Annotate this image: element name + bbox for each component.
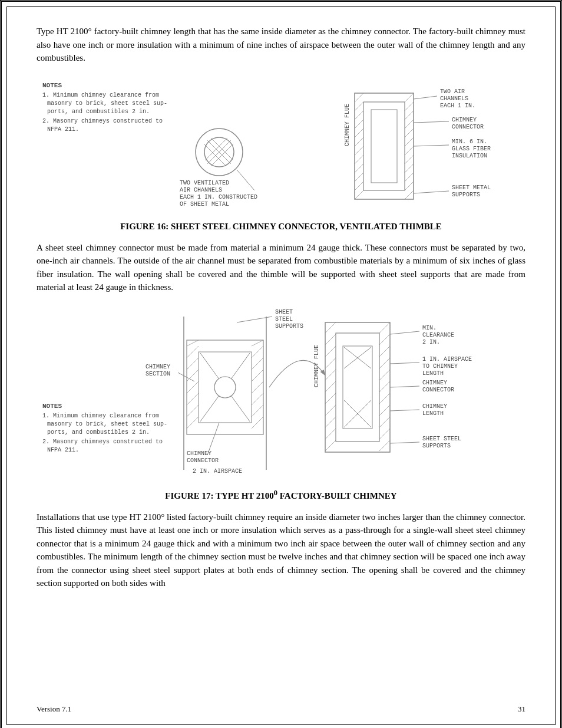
svg-text:TWO AIR: TWO AIR [440,88,465,95]
svg-text:TWO VENTILATED: TWO VENTILATED [180,180,229,186]
svg-text:SHEET STEEL: SHEET STEEL [422,436,461,442]
svg-rect-104 [343,346,372,429]
svg-line-10 [204,144,226,166]
svg-line-115 [325,440,336,451]
svg-line-36 [405,111,414,120]
svg-line-105 [325,322,336,333]
svg-line-29 [355,155,363,164]
svg-text:CONNECTOR: CONNECTOR [422,387,454,393]
svg-line-58 [414,191,449,193]
svg-line-72 [187,346,199,358]
svg-line-42 [405,164,414,173]
svg-line-71 [187,340,199,346]
svg-text:AIR CHANNELS: AIR CHANNELS [180,187,222,193]
svg-line-37 [405,120,414,129]
footer-page-number: 31 [518,704,525,714]
svg-line-143 [390,410,419,411]
svg-line-124 [379,417,390,427]
svg-line-125 [379,429,390,439]
svg-text:CHIMNEY: CHIMNEY [187,450,211,457]
svg-text:EACH 1 IN. CONSTRUCTED: EACH 1 IN. CONSTRUCTED [180,194,257,200]
svg-rect-102 [325,322,390,452]
svg-text:CHANNELS: CHANNELS [440,95,468,102]
svg-line-113 [325,417,336,427]
footer-version: Version 7.1 [37,704,71,714]
svg-line-117 [379,334,390,345]
svg-line-38 [405,129,414,137]
svg-line-82 [252,370,263,381]
svg-line-140 [390,386,419,387]
figure-16-caption: FIGURE 16: SHEET STEEL CHIMNEY CONNECTOR… [37,222,525,232]
svg-text:LENGTH: LENGTH [422,370,444,377]
svg-line-84 [252,393,263,405]
svg-text:CHIMNEY FLUE: CHIMNEY FLUE [344,103,351,146]
page-outer: Type HT 2100° factory-built chimney leng… [0,0,562,728]
svg-text:SHEET METAL: SHEET METAL [452,185,491,191]
svg-rect-103 [336,333,379,442]
figure-16-body-text: A sheet steel chimney connector must be … [37,241,525,294]
svg-text:NFPA 211.: NFPA 211. [47,126,79,133]
svg-text:2. Masonry chimneys constructe: 2. Masonry chimneys constructed to [42,118,163,124]
svg-line-41 [405,155,414,164]
svg-line-118 [379,346,390,357]
svg-text:CONNECTOR: CONNECTOR [187,457,219,464]
svg-text:masonry to brick, sheet steel : masonry to brick, sheet steel sup- [47,421,167,427]
svg-text:SUPPORTS: SUPPORTS [422,443,451,449]
svg-line-90 [237,317,272,322]
svg-line-136 [390,363,419,364]
svg-line-22 [355,93,363,102]
svg-text:SUPPORTS: SUPPORTS [275,323,303,330]
svg-text:CHIMNEY FLUE: CHIMNEY FLUE [313,344,320,387]
svg-line-39 [405,137,414,146]
svg-line-45 [405,190,414,199]
svg-line-112 [325,405,336,416]
figure-17-caption-prefix: FIGURE 17: TYPE HT 2100 [165,491,273,500]
svg-line-106 [325,334,336,345]
svg-text:ports, and combustibles 2 in.: ports, and combustibles 2 in. [47,429,150,436]
svg-line-77 [187,405,199,417]
svg-line-121 [379,381,390,392]
svg-line-26 [355,129,363,137]
svg-text:CHIMNEY: CHIMNEY [422,403,447,410]
svg-line-76 [187,393,199,405]
svg-text:INSULATION: INSULATION [452,153,487,159]
svg-text:1 IN. AIRSPACE: 1 IN. AIRSPACE [422,356,472,363]
svg-line-33 [355,190,363,199]
svg-line-30 [355,164,363,173]
figure-17-body-text: Installations that use type HT 2100° lis… [37,510,525,590]
svg-line-132 [390,331,419,334]
svg-line-122 [379,393,390,404]
svg-line-32 [355,182,363,190]
svg-text:CLEARANCE: CLEARANCE [422,332,454,338]
svg-line-14 [237,170,254,190]
svg-text:GLASS FIBER: GLASS FIBER [452,146,491,152]
svg-text:NFPA 211.: NFPA 211. [47,447,79,453]
svg-line-110 [325,381,336,392]
svg-rect-20 [363,102,405,190]
svg-line-25 [355,120,363,129]
svg-line-31 [355,173,363,182]
svg-line-116 [379,322,390,333]
svg-line-47 [414,96,437,99]
svg-line-54 [414,145,449,146]
svg-line-80 [252,346,263,358]
svg-line-86 [252,417,263,429]
svg-line-27 [355,137,363,146]
svg-rect-21 [371,110,397,183]
figure-17-caption: FIGURE 17: TYPE HT 21000 FACTORY-BUILT C… [37,489,525,501]
svg-text:1. Minimum chimney clearance f: 1. Minimum chimney clearance from [42,413,159,419]
svg-line-85 [252,405,263,417]
svg-line-75 [187,381,199,393]
svg-text:2 IN.: 2 IN. [422,339,440,345]
svg-text:CHIMNEY: CHIMNEY [146,364,170,370]
svg-text:TO CHIMNEY: TO CHIMNEY [422,363,458,370]
figure-16-diagram: NOTES 1. Minimum chimney clearance from … [37,75,525,211]
svg-point-89 [214,377,236,398]
svg-line-83 [252,381,263,393]
svg-line-78 [187,417,199,429]
figure-17-diagram: NOTES 1. Minimum chimney clearance from … [37,305,525,482]
svg-line-73 [187,358,199,370]
svg-text:SECTION: SECTION [146,371,170,377]
svg-line-79 [252,340,263,346]
svg-line-28 [355,146,363,155]
